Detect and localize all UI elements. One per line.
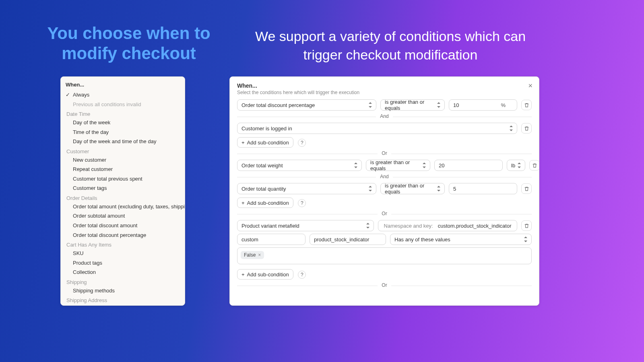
divider-and: And — [237, 173, 532, 181]
menu-item-repeat-customer[interactable]: Repeat customer — [61, 165, 185, 174]
divider-or: Or — [237, 210, 532, 218]
trash-icon — [524, 126, 529, 131]
plus-icon: + — [242, 200, 245, 206]
condition-row-1: Order total discount percentage is great… — [237, 99, 532, 111]
menu-category-order-details: Order Details — [61, 193, 185, 202]
condition-row-5b: custom product_stock_indicator Has any o… — [237, 234, 532, 245]
plus-icon: + — [242, 272, 245, 278]
menu-category-cart: Cart Has Any Items — [61, 240, 185, 249]
trash-icon — [524, 103, 529, 108]
value-input[interactable]: 20 — [434, 160, 503, 171]
condition-row-4: Order total quantity is greater than or … — [237, 183, 532, 194]
chevron-updown-icon — [369, 102, 373, 108]
field-select[interactable]: Customer is logged in — [237, 123, 517, 134]
unit-label: lb — [511, 162, 515, 169]
divider-or: Or — [237, 150, 532, 157]
metafield-key-input[interactable]: product_stock_indicator — [310, 234, 386, 245]
delete-button[interactable] — [529, 160, 539, 171]
heading-left: You choose when to modify checkout — [36, 23, 221, 64]
metafield-match-select[interactable]: Has any of these values — [390, 234, 532, 245]
metafield-hint: Namespace and key: custom.product_stock_… — [378, 220, 517, 231]
value-chip[interactable]: False × — [241, 251, 264, 259]
chip-label: False — [244, 252, 256, 258]
help-icon[interactable]: ? — [298, 139, 306, 147]
value-text: product_stock_indicator — [314, 237, 369, 243]
value-suffix: % — [501, 102, 506, 108]
operator-label: is greater than or equals — [385, 183, 433, 195]
chevron-updown-icon — [369, 186, 373, 191]
help-icon[interactable]: ? — [298, 271, 306, 279]
menu-item-order-subtotal[interactable]: Order subtotal amount — [61, 211, 185, 221]
add-sub-condition-button[interactable]: + Add sub-condition — [237, 137, 293, 148]
menu-category-datetime: Date Time — [61, 109, 185, 118]
menu-item-shipping-methods[interactable]: Shipping methods — [61, 286, 185, 296]
heading-right: We support a variety of conditions which… — [246, 27, 535, 64]
value-input[interactable]: 10 % — [449, 99, 517, 111]
condition-row-3: Order total weight is greater than or eq… — [237, 160, 532, 171]
chevron-updown-icon — [524, 237, 528, 242]
field-select[interactable]: Order total quantity — [237, 183, 376, 194]
menu-category-customer: Customer — [61, 146, 185, 155]
field-select[interactable]: Order total weight — [237, 160, 362, 171]
add-sub-condition-button[interactable]: + Add sub-condition — [237, 269, 293, 280]
chevron-updown-icon — [437, 102, 441, 108]
trash-icon — [524, 186, 529, 191]
chevron-updown-icon — [518, 162, 522, 168]
value-text: 20 — [439, 162, 444, 169]
delete-button[interactable] — [521, 183, 532, 194]
menu-item-always[interactable]: Always — [61, 90, 185, 100]
add-sub-label: Add sub-condition — [247, 272, 289, 278]
menu-category-shipping: Shipping — [61, 277, 185, 286]
metafield-hint-label: Namespace and key: — [384, 223, 433, 229]
menu-item-order-discount-amount[interactable]: Order total discount amount — [61, 221, 185, 230]
menu-item-prev-invalid: Previous all conditions invalid — [61, 100, 185, 109]
delete-button[interactable] — [521, 123, 532, 134]
field-select[interactable]: Product variant metafield — [237, 220, 374, 231]
menu-item-shipaddr-empty[interactable]: Shipping address is empty — [61, 304, 185, 306]
divider-or: Or — [237, 282, 532, 289]
menu-item-order-total-excl[interactable]: Order total amount (excluding duty, taxe… — [61, 202, 185, 212]
menu-item-customer-prev-spent[interactable]: Customer total previous spent — [61, 174, 185, 184]
operator-select[interactable]: is greater than or equals — [380, 183, 445, 194]
add-sub-label: Add sub-condition — [247, 200, 289, 206]
condition-builder-panel: × When... Select the conditions here whi… — [229, 76, 539, 306]
add-sub-condition-button[interactable]: + Add sub-condition — [237, 197, 293, 208]
field-select[interactable]: Order total discount percentage — [237, 99, 376, 111]
add-sub-label: Add sub-condition — [247, 140, 289, 146]
dropdown-title: When... — [61, 80, 185, 90]
plus-icon: + — [242, 140, 245, 146]
menu-item-day-and-time[interactable]: Day of the week and time of the day — [61, 137, 185, 146]
value-text: custom — [242, 237, 258, 243]
chevron-updown-icon — [423, 162, 427, 168]
unit-select[interactable]: lb — [507, 160, 525, 171]
menu-item-product-tags[interactable]: Product tags — [61, 258, 185, 268]
help-icon[interactable]: ? — [298, 199, 306, 207]
chip-remove-icon[interactable]: × — [258, 252, 261, 258]
delete-button[interactable] — [521, 100, 532, 110]
operator-select[interactable]: is greater than or equals — [380, 99, 445, 111]
menu-item-order-discount-pct[interactable]: Order total discount percentage — [61, 230, 185, 240]
metafield-namespace-input[interactable]: custom — [237, 234, 305, 245]
field-label: Order total weight — [242, 162, 283, 169]
menu-item-collection[interactable]: Collection — [61, 267, 185, 277]
value-input[interactable]: 5 — [449, 183, 517, 194]
metafield-values-input[interactable]: False × — [237, 247, 532, 264]
field-label: Customer is logged in — [242, 125, 292, 132]
close-icon[interactable]: × — [528, 82, 533, 90]
menu-item-time-of-day[interactable]: Time of the day — [61, 128, 185, 137]
chevron-updown-icon — [510, 125, 514, 131]
divider-and: And — [237, 113, 532, 120]
field-label: Order total quantity — [242, 186, 286, 192]
operator-select[interactable]: is greater than or equals — [366, 160, 430, 171]
menu-item-day-of-week[interactable]: Day of the week — [61, 118, 185, 128]
menu-item-sku[interactable]: SKU — [61, 249, 185, 258]
match-label: Has any of these values — [394, 237, 450, 243]
when-dropdown-menu: When... Always Previous all conditions i… — [60, 76, 185, 306]
menu-item-customer-tags[interactable]: Customer tags — [61, 183, 185, 193]
menu-item-new-customer[interactable]: New customer — [61, 155, 185, 165]
value-text: 10 — [453, 102, 459, 108]
condition-row-5: Product variant metafield Namespace and … — [237, 220, 532, 231]
delete-button[interactable] — [521, 220, 532, 231]
operator-label: is greater than or equals — [370, 159, 419, 171]
chevron-updown-icon — [354, 162, 358, 168]
